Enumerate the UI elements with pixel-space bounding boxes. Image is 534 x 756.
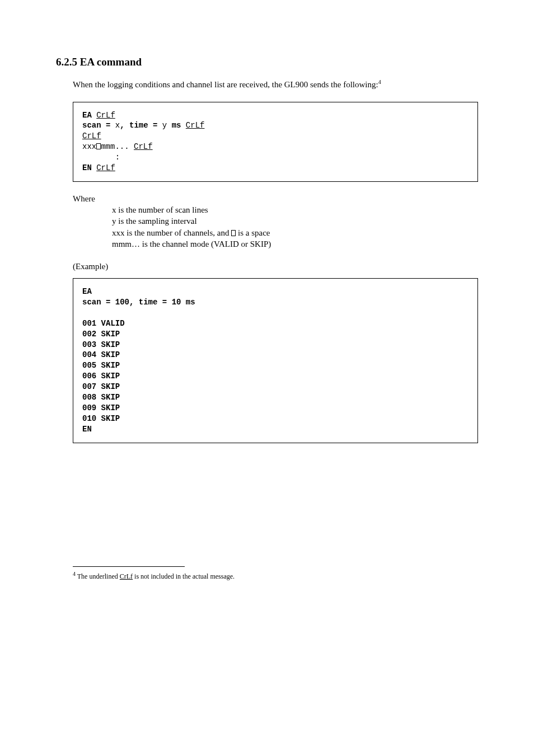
code-crlf: CrLf [96, 163, 115, 172]
where-line-2: y is the sampling interval [112, 215, 478, 227]
intro-text: When the logging conditions and channel … [73, 80, 378, 89]
footnote-text-suffix: is not included in the actual message. [133, 572, 235, 580]
code-crlf: CrLf [82, 132, 101, 140]
where-line-4: mmm… is the channel mode (VALID or SKIP) [112, 238, 478, 250]
footnote-ref: 4 [378, 79, 381, 85]
code-y: y [162, 121, 167, 130]
code-en: EN [82, 163, 96, 172]
footnote: 4 The underlined CrLf is not included in… [73, 570, 489, 581]
example-label: (Example) [73, 262, 489, 271]
code-time: time = [129, 121, 162, 130]
example-code-box: EA scan = 100, time = 10 ms 001 VALID 00… [73, 278, 478, 443]
where-line-3b: is a space [236, 228, 270, 237]
code-ms: ms [167, 121, 186, 130]
where-block: Where x is the number of scan lines y is… [73, 193, 478, 250]
code-xxx: xxx [82, 142, 96, 151]
code-colon: : [82, 153, 120, 162]
code-crlf: CrLf [186, 121, 205, 130]
code-ea: EA [82, 111, 96, 120]
code-crlf: CrLf [96, 111, 115, 120]
code-x: x [115, 121, 120, 130]
section-heading: 6.2.5 EA command [56, 56, 489, 68]
where-line-3: xxx is the number of channels, and is a … [112, 227, 478, 238]
intro-paragraph: When the logging conditions and channel … [73, 78, 478, 91]
code-scan: scan = [82, 121, 115, 130]
where-line-1: x is the number of scan lines [112, 204, 478, 215]
code-comma: , [120, 121, 129, 130]
where-line-3a: xxx is the number of channels, and [112, 228, 231, 237]
footnote-crlf: CrLf [120, 572, 133, 580]
code-crlf: CrLf [134, 142, 153, 151]
footnote-separator [73, 566, 185, 567]
where-label: Where [73, 194, 95, 203]
syntax-code-box: EA CrLf scan = x, time = y ms CrLf CrLf … [73, 102, 478, 182]
code-mmm: mmm... [101, 142, 134, 151]
footnote-text-prefix: The underlined [76, 572, 120, 580]
